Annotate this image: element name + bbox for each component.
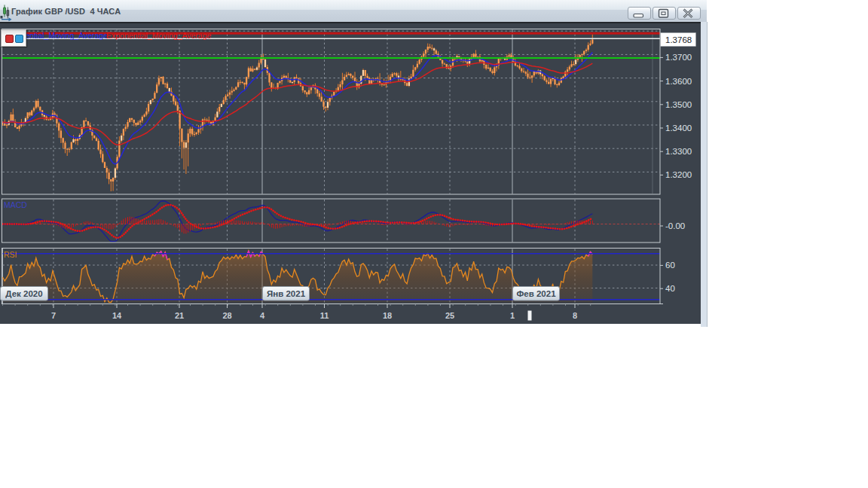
svg-text:-0.00: -0.00 — [665, 221, 685, 230]
svg-text:14: 14 — [112, 311, 122, 320]
svg-text:1.3700: 1.3700 — [665, 53, 692, 62]
svg-text:21: 21 — [175, 311, 184, 320]
svg-text:4: 4 — [260, 311, 265, 320]
svg-text:28: 28 — [222, 311, 231, 320]
svg-text:RSI: RSI — [4, 250, 17, 259]
svg-text:1: 1 — [510, 311, 515, 320]
svg-text:25: 25 — [445, 311, 454, 320]
svg-text:Фев 2021: Фев 2021 — [516, 289, 556, 298]
svg-text:8: 8 — [573, 311, 577, 320]
svg-text:Янв 2021: Янв 2021 — [267, 289, 306, 298]
svg-text:1.3200: 1.3200 — [665, 170, 692, 179]
svg-text:1.3768: 1.3768 — [665, 35, 692, 44]
svg-text:Exponential_Moving_Average: Exponential_Moving_Average — [106, 31, 211, 40]
svg-text:7: 7 — [51, 311, 56, 320]
svg-text:40: 40 — [665, 284, 675, 293]
svg-text:Дек 2020: Дек 2020 — [5, 289, 42, 298]
svg-text:1.3400: 1.3400 — [665, 124, 692, 133]
svg-text:1.3500: 1.3500 — [665, 100, 692, 109]
svg-text:18: 18 — [383, 311, 392, 320]
svg-text:ential_Moving_Average: ential_Moving_Average — [26, 31, 108, 40]
svg-text:1.3300: 1.3300 — [665, 147, 692, 156]
svg-text:11: 11 — [320, 311, 329, 320]
svg-text:MACD: MACD — [4, 200, 27, 209]
svg-text:1.3600: 1.3600 — [665, 77, 692, 86]
svg-text:60: 60 — [665, 261, 675, 270]
